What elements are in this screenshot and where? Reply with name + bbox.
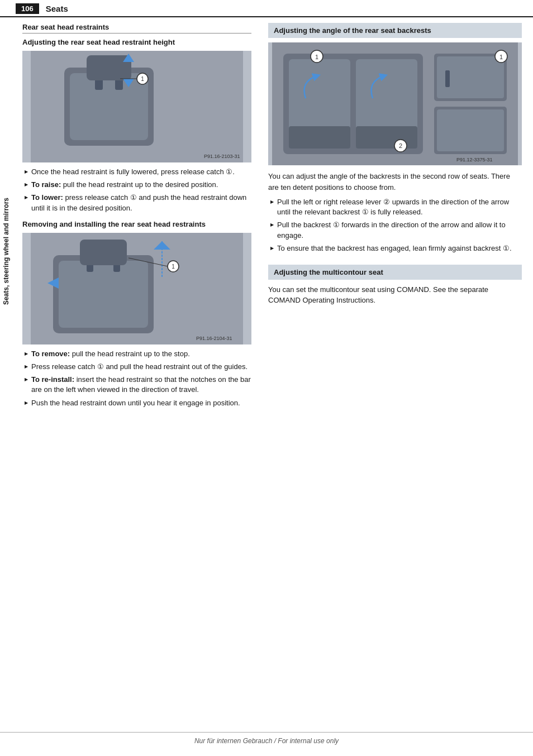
svg-rect-33 (445, 70, 450, 87)
multicontour-body: You can set the multicontour seat using … (268, 284, 522, 306)
angle-backrests-title: Adjusting the angle of the rear seat bac… (274, 26, 516, 35)
image-head-restraint-remove: 1 P91.16-2104-31 (22, 233, 251, 344)
bullet-item: To re-install: insert the head restraint… (22, 375, 251, 395)
multicontour-title: Adjusting the multicontour seat (274, 268, 516, 276)
bullet-item: Pull the backrest ① forwards in the dire… (268, 220, 522, 240)
bullet-item: Press release catch ① and pull the head … (22, 362, 251, 372)
svg-rect-17 (80, 240, 127, 265)
svg-text:1: 1 (315, 54, 318, 60)
bullets-remove-install: To remove: pull the head restraint up to… (22, 349, 251, 408)
page-number: 106 (16, 3, 39, 14)
svg-text:1: 1 (141, 76, 144, 82)
bullet-item: Once the head restraint is fully lowered… (22, 167, 251, 177)
bullets-angle-backrests: Pull the left or right release lever ② u… (268, 197, 522, 253)
left-column: Rear seat head restraints Adjusting the … (22, 23, 263, 415)
subsection-remove-install: Removing and installing the rear seat he… (22, 220, 251, 408)
section-angle-backrests: Adjusting the angle of the rear seat bac… (268, 23, 522, 38)
subsection-adjust-height: Adjusting the rear seat head restraint h… (22, 38, 251, 213)
image-head-restraint-adjust: 1 P91.16-2103-31 (22, 51, 251, 162)
bullet-item: To ensure that the backrest has engaged,… (268, 243, 522, 253)
section-title-rear-seat: Rear seat head restraints (22, 23, 251, 34)
bullet-item: To raise: pull the head restraint up to … (22, 180, 251, 190)
svg-rect-5 (87, 55, 131, 80)
subsection2-title: Removing and installing the rear seat he… (22, 220, 251, 228)
svg-rect-35 (437, 109, 504, 151)
svg-rect-29 (289, 126, 350, 149)
svg-rect-30 (356, 126, 417, 149)
bullet-item: Push the head restraint down until you h… (22, 398, 251, 408)
sidebar-label: Seats, steering wheel and mirrors (0, 112, 12, 391)
footer: Nur für internen Gebrauch / For internal… (0, 732, 533, 745)
footer-text: Nur für internen Gebrauch / For internal… (194, 737, 339, 745)
sidebar-label-text: Seats, steering wheel and mirrors (2, 198, 10, 305)
svg-rect-14 (59, 261, 148, 328)
right-column: Adjusting the angle of the rear seat bac… (263, 23, 522, 415)
svg-text:P91.16-2104-31: P91.16-2104-31 (196, 336, 232, 341)
bullets-adjust-height: Once the head restraint is fully lowered… (22, 167, 251, 213)
bullet-item: Pull the left or right release lever ② u… (268, 197, 522, 217)
subsection1-title: Adjusting the rear seat head restraint h… (22, 38, 251, 46)
svg-text:1: 1 (172, 264, 175, 270)
bullet-item: To remove: pull the head restraint up to… (22, 349, 251, 359)
svg-text:P91.16-2103-31: P91.16-2103-31 (204, 154, 240, 159)
image-backrest-angle: 1 2 1 P91.12-3375-31 (268, 42, 522, 165)
main-content: Rear seat head restraints Adjusting the … (0, 23, 533, 415)
angle-backrests-body: You can adjust the angle of the backrest… (268, 171, 522, 193)
svg-rect-2 (70, 73, 148, 140)
chapter-title: Seats (46, 4, 68, 13)
svg-text:2: 2 (399, 142, 402, 149)
bullet-item: To lower: press release catch ① and push… (22, 193, 251, 213)
header-bar: 106 Seats (0, 0, 533, 17)
section-multicontour: Adjusting the multicontour seat (268, 265, 522, 280)
svg-text:1: 1 (499, 54, 503, 60)
svg-text:P91.12-3375-31: P91.12-3375-31 (456, 157, 493, 162)
